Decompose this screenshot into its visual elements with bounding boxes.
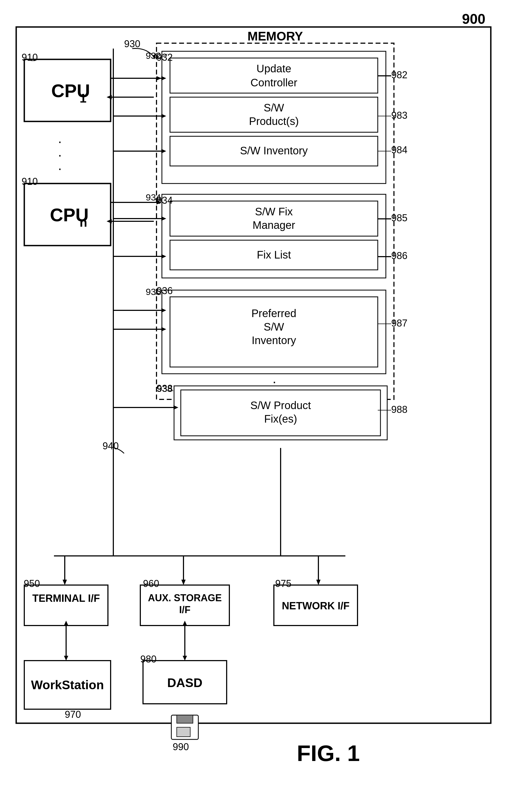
ref-990: 990 (173, 741, 189, 752)
arrow-terminal (63, 580, 67, 585)
ref-985: 985 (391, 212, 407, 223)
terminal-if-box (24, 585, 108, 626)
ref-984: 984 (391, 144, 407, 156)
arrow-terminal-down (64, 656, 68, 660)
sw-product-fixes-label1: S/W Product (250, 399, 311, 411)
sw-product-fixes-label2: Fix(es) (264, 413, 297, 425)
cpun-subscript: n (79, 215, 87, 229)
ref-950: 950 (24, 578, 40, 589)
dots2: . (58, 144, 62, 160)
memory-label: MEMORY (247, 29, 303, 43)
cpu1-ref: 910 (21, 52, 38, 63)
cpun-ref: 910 (21, 176, 38, 187)
cpu1-subscript: 1 (79, 91, 87, 105)
ref-983: 983 (391, 110, 407, 121)
ref-970: 970 (65, 709, 81, 720)
update-controller-label2: Controller (250, 77, 297, 89)
sw-fix-manager-label: S/W Fix (255, 206, 293, 218)
conn-930: 930 (124, 38, 140, 49)
arrow-network (316, 580, 321, 585)
ref-988: 988 (391, 404, 407, 415)
fix-list-label: Fix List (257, 249, 291, 261)
grp3-ref-label: 936 (146, 287, 161, 297)
ref-986: 986 (391, 250, 407, 261)
sw-inventory-label: S/W Inventory (240, 144, 307, 157)
ref-987: 987 (391, 317, 407, 329)
network-if-label: NETWORK I/F (282, 600, 349, 612)
grp2-ref-label: 934 (146, 192, 161, 202)
sw-fix-manager-label2: Manager (252, 219, 295, 231)
sw-products-label2: Product(s) (249, 115, 299, 127)
dots1: . (58, 131, 62, 146)
page: 900 MEMORY CPU 1 910 . . . CPU n 910 Upd… (0, 0, 507, 812)
preferred-sw-label3: Inventory (252, 334, 296, 346)
terminal-if-label: TERMINAL I/F (33, 593, 100, 604)
floppy-label-area (177, 715, 193, 723)
grp4-ref-label: 938 (157, 384, 172, 394)
grp1-ref-label: 932 (146, 51, 161, 61)
ref-980: 980 (140, 654, 157, 665)
preferred-sw-label2: S/W (264, 321, 284, 333)
dasd-label: DASD (167, 676, 203, 690)
arrow-aux-down (183, 656, 187, 660)
dots3: . (58, 158, 62, 173)
diagram-svg: MEMORY CPU 1 910 . . . CPU n 910 Update … (0, 0, 507, 812)
ref-975: 975 (275, 578, 291, 589)
preferred-sw-label1: Preferred (251, 307, 296, 319)
update-controller-label: Update (257, 63, 291, 74)
ref-960: 960 (143, 578, 159, 589)
sw-products-label: S/W (264, 102, 284, 114)
ref-982: 982 (391, 69, 407, 80)
aux-storage-label2: I/F (179, 604, 190, 615)
mem-dots1: . (273, 371, 276, 386)
conn-940: 940 (103, 441, 119, 452)
arrow-aux (181, 580, 186, 585)
aux-storage-label1: AUX. STORAGE (148, 592, 222, 603)
workstation-label: WorkStation (31, 678, 104, 692)
fig-label: FIG. 1 (297, 741, 360, 766)
floppy-disk-part (177, 727, 190, 737)
